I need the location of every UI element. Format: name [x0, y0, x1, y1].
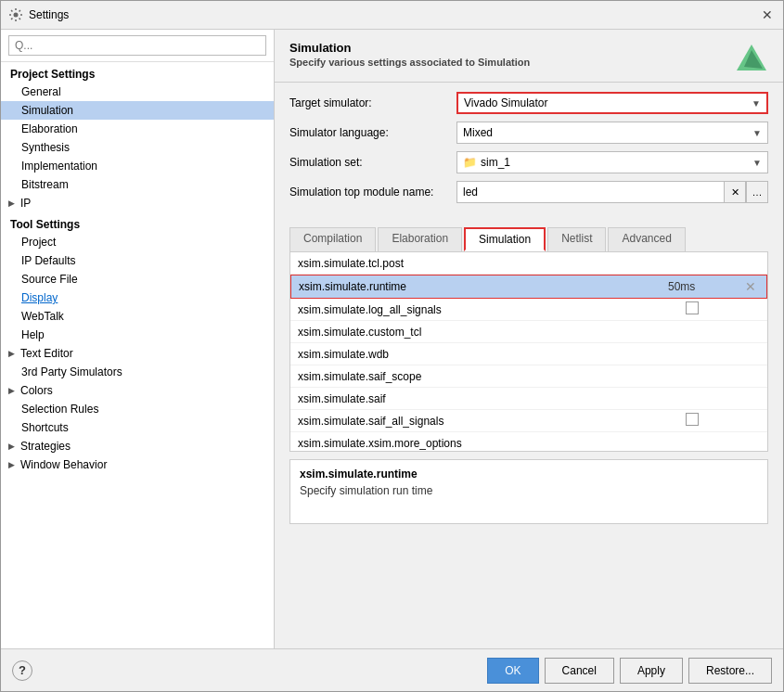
window-behavior-label: Window Behavior — [20, 458, 107, 471]
sidebar-item-project-tool[interactable]: Project — [1, 233, 274, 251]
project-settings-label: Project Settings — [1, 62, 274, 83]
sidebar-item-shortcuts[interactable]: Shortcuts — [1, 418, 274, 437]
simulator-language-control: Mixed ▼ — [456, 122, 768, 144]
target-simulator-row: Target simulator: Vivado Simulator ▼ — [289, 92, 768, 114]
row-checkbox[interactable] — [686, 413, 699, 426]
main-content: Simulation Specify various settings asso… — [275, 30, 783, 648]
simulation-top-module-input[interactable] — [456, 181, 724, 203]
row-key: xsim.simulate.custom_tcl — [298, 326, 686, 339]
webtalk-label: WebTalk — [21, 310, 64, 323]
sidebar-item-webtalk[interactable]: WebTalk — [1, 307, 274, 326]
strategies-label: Strategies — [20, 440, 71, 453]
ip-chevron: ▶ — [8, 199, 15, 208]
apply-button[interactable]: Apply — [620, 658, 683, 684]
table-row[interactable]: xsim.simulate.log_all_signals — [290, 299, 767, 321]
table-row[interactable]: xsim.simulate.tcl.post — [290, 252, 767, 275]
colors-label: Colors — [20, 384, 53, 397]
general-label: General — [21, 85, 61, 98]
sidebar-item-synthesis[interactable]: Synthesis — [1, 138, 274, 157]
tool-settings-label: Tool Settings — [1, 212, 274, 233]
target-simulator-dropdown[interactable]: Vivado Simulator ▼ — [456, 92, 768, 114]
ip-defaults-label: IP Defaults — [21, 254, 75, 267]
table-row[interactable]: xsim.simulate.saif_all_signals — [290, 410, 767, 432]
sidebar-item-colors[interactable]: ▶ Colors — [1, 381, 274, 400]
sidebar-item-ip-defaults[interactable]: IP Defaults — [1, 251, 274, 270]
row-key: xsim.simulate.saif — [298, 392, 686, 405]
elaboration-label: Elaboration — [21, 122, 78, 135]
bitstream-label: Bitstream — [21, 178, 69, 191]
shortcuts-label: Shortcuts — [21, 421, 69, 434]
main-subtitle: Specify various settings associated to S… — [289, 57, 530, 68]
simulation-top-module-control: ✕ … — [456, 181, 768, 203]
implementation-label: Implementation — [21, 160, 97, 173]
bottom-left: ? — [12, 660, 32, 681]
search-box — [1, 30, 274, 62]
sidebar-item-help[interactable]: Help — [1, 326, 274, 344]
ok-button[interactable]: OK — [487, 658, 538, 684]
synthesis-label: Synthesis — [21, 141, 70, 154]
simulation-top-module-label: Simulation top module name: — [289, 186, 456, 199]
sidebar-item-3rd-party[interactable]: 3rd Party Simulators — [1, 363, 274, 381]
restore-button[interactable]: Restore... — [688, 658, 772, 684]
simulator-language-value: Mixed — [463, 126, 493, 139]
table-row[interactable]: xsim.simulate.runtime 50ms ✕ — [290, 275, 767, 299]
bottom-bar: ? OK Cancel Apply Restore... — [1, 648, 783, 691]
sidebar-item-source-file[interactable]: Source File — [1, 270, 274, 288]
sidebar-item-general[interactable]: General — [1, 83, 274, 101]
title-bar-left: Settings — [8, 7, 69, 22]
cancel-button[interactable]: Cancel — [545, 658, 614, 684]
simulator-language-label: Simulator language: — [289, 126, 456, 139]
settings-window: Settings ✕ Project Settings General Simu… — [0, 0, 784, 692]
sidebar-item-elaboration[interactable]: Elaboration — [1, 120, 274, 138]
description-title: xsim.simulate.runtime — [300, 468, 758, 481]
simulator-language-dropdown[interactable]: Mixed ▼ — [456, 122, 768, 144]
3rd-party-label: 3rd Party Simulators — [21, 365, 122, 378]
main-header-title-row: Simulation Specify various settings asso… — [289, 41, 768, 74]
sidebar: Project Settings General Simulation Elab… — [1, 30, 275, 648]
table-row[interactable]: xsim.simulate.saif — [290, 388, 767, 410]
clear-module-button[interactable]: ✕ — [724, 181, 746, 203]
tab-compilation[interactable]: Compilation — [289, 227, 376, 251]
sidebar-item-ip[interactable]: ▶ IP — [1, 194, 274, 212]
sidebar-item-window-behavior[interactable]: ▶ Window Behavior — [1, 455, 274, 474]
close-button[interactable]: ✕ — [759, 6, 776, 23]
row-checkbox[interactable] — [686, 301, 699, 314]
row-value — [686, 301, 760, 317]
main-header-text: Simulation Specify various settings asso… — [289, 41, 530, 68]
row-delete-button[interactable]: ✕ — [742, 278, 759, 295]
description-text: Specify simulation run time — [300, 484, 758, 497]
simulation-set-control: 📁 sim_1 ▼ — [456, 151, 768, 173]
row-key: xsim.simulate.saif_scope — [298, 370, 686, 383]
sidebar-item-bitstream[interactable]: Bitstream — [1, 175, 274, 194]
tab-netlist[interactable]: Netlist — [547, 227, 606, 251]
table-row[interactable]: xsim.simulate.saif_scope — [290, 365, 767, 388]
browse-module-button[interactable]: … — [746, 181, 768, 203]
main-title: Simulation — [289, 41, 530, 55]
row-value: 50ms — [668, 280, 742, 293]
simulation-set-dropdown[interactable]: 📁 sim_1 ▼ — [456, 151, 768, 173]
simulator-language-arrow: ▼ — [752, 128, 762, 138]
row-key: xsim.simulate.wdb — [298, 348, 686, 361]
search-input[interactable] — [8, 35, 266, 56]
simulation-table: xsim.simulate.tcl.post xsim.simulate.run… — [289, 252, 768, 452]
help-button[interactable]: ? — [12, 660, 32, 681]
main-header: Simulation Specify various settings asso… — [275, 30, 783, 83]
sidebar-item-selection-rules[interactable]: Selection Rules — [1, 400, 274, 418]
target-simulator-value: Vivado Simulator — [464, 96, 548, 109]
tab-elaboration[interactable]: Elaboration — [378, 227, 462, 251]
title-bar: Settings ✕ — [1, 1, 783, 30]
tab-simulation[interactable]: Simulation — [464, 227, 546, 251]
sidebar-item-display[interactable]: Display — [1, 288, 274, 307]
table-row[interactable]: xsim.simulate.xsim.more_options — [290, 432, 767, 452]
simulation-set-value: sim_1 — [481, 156, 510, 169]
ip-label: IP — [20, 197, 31, 210]
table-row[interactable]: xsim.simulate.wdb — [290, 343, 767, 365]
colors-chevron: ▶ — [8, 386, 15, 395]
sidebar-item-simulation[interactable]: Simulation — [1, 101, 274, 120]
sidebar-item-strategies[interactable]: ▶ Strategies — [1, 437, 274, 455]
sidebar-item-implementation[interactable]: Implementation — [1, 157, 274, 175]
table-row[interactable]: xsim.simulate.custom_tcl — [290, 321, 767, 343]
sidebar-item-text-editor[interactable]: ▶ Text Editor — [1, 344, 274, 363]
tab-advanced[interactable]: Advanced — [608, 227, 685, 251]
target-simulator-arrow: ▼ — [752, 98, 761, 109]
